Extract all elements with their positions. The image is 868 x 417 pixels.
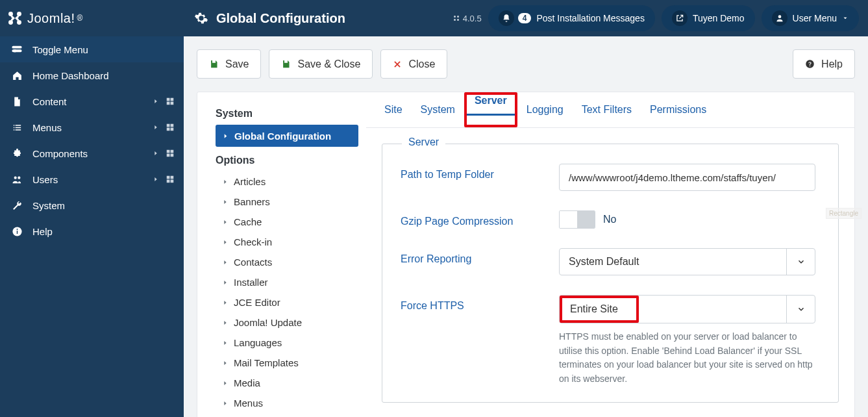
config-component-list: System Global Configuration Options Arti… xyxy=(197,92,366,417)
global-configuration-item[interactable]: Global Configuration xyxy=(216,125,358,147)
tab-server[interactable]: Server xyxy=(467,86,515,115)
option-mail-templates[interactable]: Mail Templates xyxy=(216,353,358,373)
tab-logging[interactable]: Logging xyxy=(517,92,573,127)
save-button[interactable]: Save xyxy=(197,49,261,79)
toolbar: Save Save & Close Close Help xyxy=(184,36,868,79)
path-label: Path to Temp Folder xyxy=(401,164,559,181)
user-menu-label: User Menu xyxy=(793,13,837,23)
option-menus[interactable]: Menus xyxy=(216,393,358,413)
close-button[interactable]: Close xyxy=(380,49,447,79)
chevron-right-icon xyxy=(222,400,229,407)
save-close-button[interactable]: Save & Close xyxy=(269,49,373,79)
https-description: HTTPS must be enabled on your server or … xyxy=(559,330,815,386)
chevron-right-icon xyxy=(222,219,229,225)
svg-rect-13 xyxy=(171,98,174,101)
option-banners[interactable]: Banners xyxy=(216,192,358,212)
chevron-down-icon xyxy=(786,296,815,323)
chevron-right-icon xyxy=(222,259,229,266)
svg-rect-15 xyxy=(171,102,174,105)
force-https-select[interactable]: Entire Site xyxy=(559,295,815,323)
sidebar-item-users[interactable]: Users xyxy=(0,166,184,192)
bell-icon xyxy=(499,10,514,26)
brand-logo[interactable]: Joomla! ® xyxy=(0,10,184,27)
chevron-right-icon xyxy=(153,124,159,131)
error-reporting-select[interactable]: System Default xyxy=(559,248,815,275)
system-heading: System xyxy=(216,108,358,120)
chevron-right-icon xyxy=(222,380,229,386)
tab-system[interactable]: System xyxy=(412,92,464,127)
chevron-down-icon xyxy=(842,15,849,21)
svg-rect-25 xyxy=(171,176,174,179)
chevron-right-icon xyxy=(222,179,229,185)
svg-rect-16 xyxy=(167,124,170,127)
home-icon xyxy=(9,70,25,81)
option-joomla-update[interactable]: Joomla! Update xyxy=(216,312,358,333)
grid-icon[interactable] xyxy=(166,175,175,184)
tab-permissions[interactable]: Permissions xyxy=(641,92,715,127)
option-media[interactable]: Media xyxy=(216,373,358,393)
tab-site[interactable]: Site xyxy=(375,92,412,127)
wrench-icon xyxy=(9,200,25,211)
config-tabs: SiteSystemServerLoggingText FiltersPermi… xyxy=(366,92,854,128)
error-label: Error Reporting xyxy=(401,248,559,265)
site-link-button[interactable]: Tuyen Demo xyxy=(662,5,755,31)
sidebar-item-menus[interactable]: Menus xyxy=(0,114,184,140)
sidebar-item-help[interactable]: Help xyxy=(0,218,184,244)
chevron-right-icon xyxy=(222,299,229,306)
chevron-right-icon xyxy=(153,176,159,183)
gear-icon xyxy=(194,11,208,25)
notifications-button[interactable]: 4 Post Installation Messages xyxy=(488,5,655,31)
svg-rect-14 xyxy=(167,102,170,105)
file-icon xyxy=(9,96,25,107)
tab-text-filters[interactable]: Text Filters xyxy=(573,92,641,127)
save-icon xyxy=(281,59,291,69)
chevron-right-icon xyxy=(222,239,229,246)
user-icon xyxy=(772,10,787,26)
svg-point-30 xyxy=(16,229,18,230)
option-contacts[interactable]: Contacts xyxy=(216,252,358,272)
info-icon xyxy=(9,226,25,237)
option-articles[interactable]: Articles xyxy=(216,171,358,192)
question-icon xyxy=(805,59,815,69)
page-title: Global Configuration xyxy=(194,11,345,26)
path-input[interactable] xyxy=(559,164,815,191)
svg-point-4 xyxy=(454,16,456,18)
option-installer[interactable]: Installer xyxy=(216,272,358,292)
option-cache[interactable]: Cache xyxy=(216,212,358,232)
grid-icon[interactable] xyxy=(166,123,175,132)
sidebar-item-system[interactable]: System xyxy=(0,192,184,218)
option-languages[interactable]: Languages xyxy=(216,333,358,353)
chevron-right-icon xyxy=(222,199,229,205)
sidebar-item-components[interactable]: Components xyxy=(0,140,184,166)
external-link-icon xyxy=(672,10,688,26)
grid-icon[interactable] xyxy=(166,149,175,158)
svg-rect-17 xyxy=(171,124,174,127)
chevron-right-icon xyxy=(153,98,159,105)
gzip-label: Gzip Page Compression xyxy=(401,210,559,227)
toggle-icon xyxy=(9,44,25,55)
help-button[interactable]: Help xyxy=(793,49,855,79)
site-link-label: Tuyen Demo xyxy=(693,13,745,23)
option-messaging[interactable]: Messaging xyxy=(216,413,358,417)
sidebar-item-home-dashboard[interactable]: Home Dashboard xyxy=(0,62,184,88)
brand-text: Joomla! xyxy=(27,11,75,26)
svg-point-7 xyxy=(457,19,459,21)
svg-point-8 xyxy=(778,15,781,18)
svg-rect-12 xyxy=(167,98,170,101)
puzzle-icon xyxy=(9,148,25,159)
user-menu-button[interactable]: User Menu xyxy=(762,5,859,31)
svg-point-6 xyxy=(454,19,456,21)
server-fieldset: Server Path to Temp Folder Gzip Page Com… xyxy=(382,144,839,403)
grid-icon[interactable] xyxy=(166,97,175,106)
notif-count: 4 xyxy=(518,13,532,23)
option-jce-editor[interactable]: JCE Editor xyxy=(216,292,358,312)
options-heading: Options xyxy=(216,155,358,166)
option-check-in[interactable]: Check-in xyxy=(216,232,358,252)
sidebar-item-content[interactable]: Content xyxy=(0,88,184,114)
gzip-toggle[interactable] xyxy=(559,210,595,229)
svg-rect-11 xyxy=(12,50,21,51)
svg-rect-20 xyxy=(167,150,170,153)
fieldset-legend: Server xyxy=(402,136,445,148)
notif-label: Post Installation Messages xyxy=(536,13,645,23)
toggle-menu-button[interactable]: Toggle Menu xyxy=(0,36,184,62)
